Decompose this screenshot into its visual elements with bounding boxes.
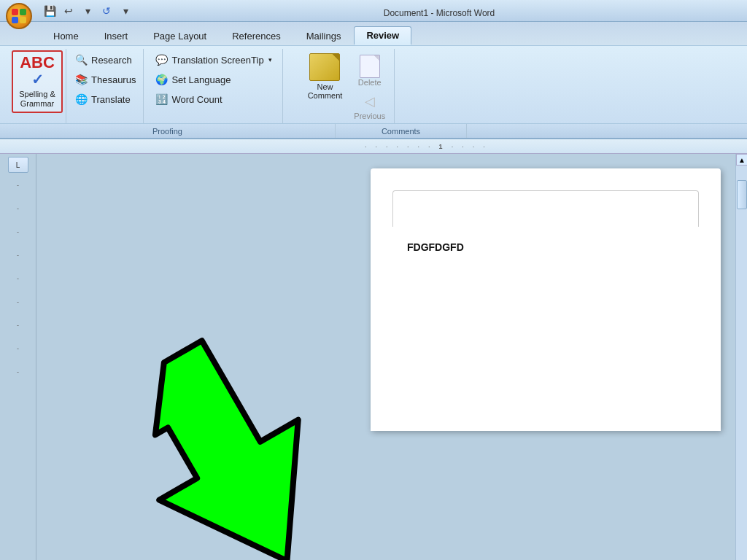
delete-comment-button[interactable]: Delete (351, 53, 388, 88)
office-btn-quadrant-4 (20, 17, 26, 23)
tab-bar: Home Insert Page Layout References Maili… (0, 22, 747, 45)
word-count-button[interactable]: 🔢 Word Count (150, 90, 276, 109)
tab-review[interactable]: Review (354, 26, 411, 45)
office-btn-quadrant-3 (12, 17, 18, 23)
proofing-group: ABC ✓ Spelling &Grammar (6, 49, 66, 123)
window-title: Document1 - Microsoft Word (134, 8, 744, 18)
translation-screentip-dropdown[interactable]: ▾ (268, 56, 272, 63)
thesaurus-label: Thesaurus (91, 74, 136, 85)
previous-comment-button[interactable]: ◁ Previous (351, 90, 388, 122)
office-btn-quadrant-2 (20, 9, 26, 15)
document-area[interactable]: FDGFDGFD (36, 154, 735, 560)
checkmark-icon: ✓ (31, 71, 44, 88)
proofing-small-group: 🔍 Research 📚 Thesaurus 🌐 Translate (66, 49, 144, 123)
tab-page-layout[interactable]: Page Layout (141, 26, 219, 45)
redo-button[interactable]: ↺ (98, 3, 115, 19)
quick-access-toolbar: 💾 ↩ ▾ ↺ ▾ (41, 3, 134, 19)
page-border (392, 190, 699, 227)
sidebar-toggle-button[interactable]: L (8, 157, 28, 173)
main-area: L - - - - - - - - - FDGFDGFD (0, 154, 747, 560)
translate-button[interactable]: 🌐 Translate (69, 90, 135, 109)
research-icon: 🔍 (74, 52, 88, 67)
research-button[interactable]: 🔍 Research (69, 50, 136, 69)
ribbon-bottom: Proofing Comments (0, 123, 747, 138)
translation-group: 💬 Translation ScreenTip ▾ 🌍 Set Language… (144, 49, 282, 123)
new-comment-button[interactable]: NewComment (303, 50, 347, 103)
translation-screentip-button[interactable]: 💬 Translation ScreenTip ▾ (150, 50, 276, 69)
comments-group: NewComment Delete ◁ Previous (298, 49, 395, 123)
research-label: Research (91, 55, 132, 66)
previous-comment-label: Previous (354, 112, 385, 120)
abc-icon: ABC (20, 55, 55, 71)
proofing-label: Proofing (0, 124, 336, 138)
spelling-grammar-button[interactable]: ABC ✓ Spelling &Grammar (12, 50, 63, 113)
tab-mailings[interactable]: Mailings (294, 26, 354, 45)
translate-label: Translate (91, 94, 131, 105)
comments-label: Comments (336, 124, 467, 138)
page-container: FDGFDGFD (51, 168, 721, 431)
undo-button[interactable]: ↩ (60, 3, 77, 19)
translation-screentip-icon: 💬 (154, 52, 169, 67)
new-comment-label: NewComment (308, 82, 343, 100)
workspace: · · · · · · · 1 · · · · L - - - - - - (0, 139, 747, 560)
page-body: FDGFDGFD (407, 241, 684, 253)
scroll-track[interactable] (736, 166, 747, 560)
scroll-thumb[interactable] (737, 180, 747, 209)
office-button[interactable] (6, 3, 32, 29)
ribbon-content: ABC ✓ Spelling &Grammar 🔍 Research 📚 The… (0, 45, 747, 123)
translation-screentip-label: Translation ScreenTip (171, 55, 263, 66)
set-language-label: Set Language (171, 74, 231, 85)
thesaurus-button[interactable]: 📚 Thesaurus (69, 70, 140, 89)
document-page[interactable]: FDGFDGFD (371, 168, 721, 431)
set-language-button[interactable]: 🌍 Set Language (150, 70, 276, 89)
new-comment-icon (309, 53, 340, 81)
ribbon: Home Insert Page Layout References Maili… (0, 22, 747, 139)
office-btn-quadrant-1 (12, 9, 18, 15)
title-bar: 💾 ↩ ▾ ↺ ▾ Document1 - Microsoft Word (0, 0, 747, 22)
delete-comment-label: Delete (358, 78, 382, 87)
vertical-ruler: - - - - - - - - - (17, 182, 19, 376)
previous-icon: ◁ (360, 91, 380, 112)
comment-small-buttons: Delete ◁ Previous (351, 50, 388, 122)
undo-dropdown[interactable]: ▾ (79, 3, 96, 19)
tab-insert[interactable]: Insert (92, 26, 141, 45)
set-language-icon: 🌍 (154, 72, 169, 87)
translate-icon: 🌐 (74, 92, 88, 106)
scrollbar-vertical[interactable]: ▲ ▼ (735, 154, 747, 560)
customize-quick-access[interactable]: ▾ (117, 3, 134, 19)
left-sidebar: L - - - - - - - - - (0, 154, 36, 560)
ruler-marks: · · · · · · · 1 · · · · (365, 143, 485, 150)
word-count-label: Word Count (171, 94, 222, 105)
document-text: FDGFDGFD (407, 241, 684, 253)
tab-home[interactable]: Home (41, 26, 91, 45)
delete-comment-icon (360, 55, 380, 78)
tab-references[interactable]: References (220, 26, 293, 45)
ribbon-spacer (283, 49, 298, 123)
spelling-grammar-label: Spelling &Grammar (19, 90, 55, 109)
scroll-up-button[interactable]: ▲ (736, 154, 747, 166)
word-count-icon: 🔢 (154, 92, 169, 106)
ruler: · · · · · · · 1 · · · · (0, 139, 747, 154)
thesaurus-icon: 📚 (74, 72, 88, 87)
save-button[interactable]: 💾 (41, 3, 58, 19)
